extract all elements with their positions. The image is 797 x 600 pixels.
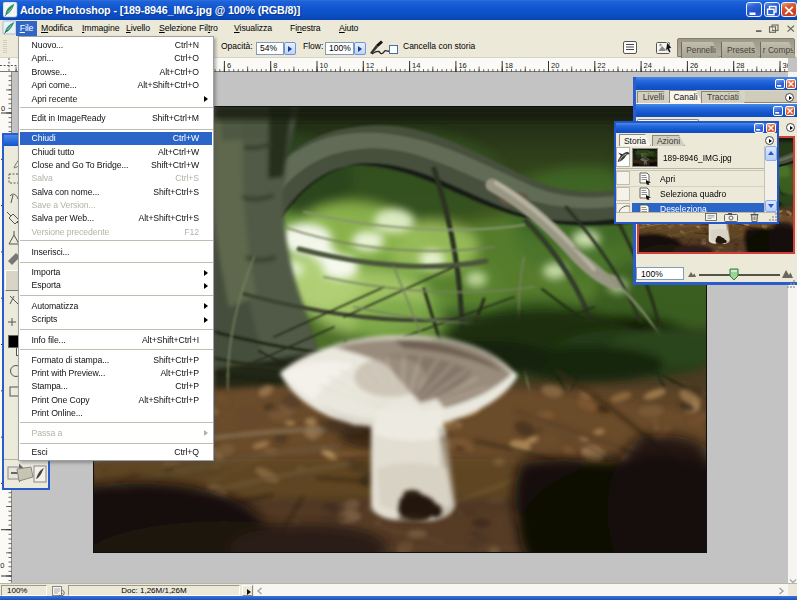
- svg-text:10: 10: [320, 61, 328, 70]
- svg-text:26: 26: [690, 61, 698, 70]
- svg-text:24: 24: [644, 61, 652, 70]
- svg-text:16: 16: [458, 61, 466, 70]
- svg-text:18: 18: [505, 61, 513, 70]
- svg-text:28: 28: [736, 61, 744, 70]
- svg-text:20: 20: [551, 61, 559, 70]
- svg-text:0: 0: [1, 104, 5, 113]
- svg-text:8: 8: [273, 61, 277, 70]
- svg-text:14: 14: [412, 61, 420, 70]
- svg-text:30: 30: [783, 61, 789, 70]
- svg-text:22: 22: [597, 61, 605, 70]
- svg-text:20: 20: [0, 561, 4, 570]
- svg-text:12: 12: [366, 61, 374, 70]
- svg-text:6: 6: [227, 61, 231, 70]
